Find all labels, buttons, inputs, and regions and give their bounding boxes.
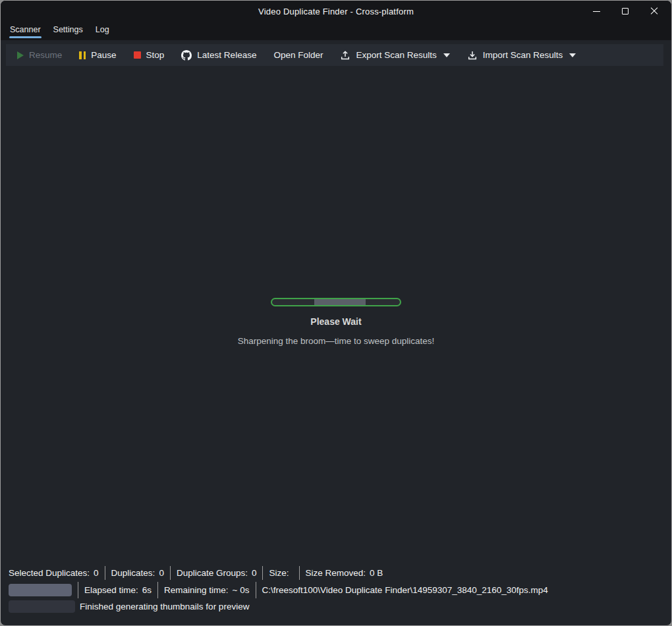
- minimize-button[interactable]: [582, 1, 611, 22]
- duplicates-label: Duplicates:: [111, 568, 155, 578]
- scan-progress-chunk: [314, 299, 366, 305]
- pause-label: Pause: [91, 50, 116, 60]
- size-removed-stat: Size Removed: 0 B: [306, 568, 383, 578]
- stop-icon: [134, 51, 141, 59]
- duplicate-groups-value: 0: [252, 568, 257, 578]
- close-icon: [650, 7, 658, 15]
- size-label: Size:: [269, 568, 289, 578]
- status-counters-row: Selected Duplicates: 0 Duplicates: 0 Dup…: [1, 565, 671, 581]
- thumbnail-progress-bar: [9, 600, 75, 613]
- resume-label: Resume: [29, 50, 62, 60]
- close-button[interactable]: [640, 1, 669, 22]
- status-message-row: Finished generating thumbnails for previ…: [1, 598, 671, 614]
- stop-label: Stop: [146, 50, 165, 60]
- github-icon: [181, 50, 192, 61]
- divider: [256, 582, 256, 598]
- divider: [78, 582, 78, 598]
- window-title: Video Duplicate Finder - Cross-platform: [258, 7, 414, 16]
- pause-button[interactable]: Pause: [72, 47, 123, 63]
- minimize-icon: [593, 11, 600, 12]
- wait-panel: Please Wait Sharpening the broom—time to…: [1, 298, 671, 346]
- duplicate-groups-label: Duplicate Groups:: [177, 568, 248, 578]
- export-scan-results-button[interactable]: Export Scan Results: [333, 47, 457, 64]
- import-icon: [467, 50, 478, 61]
- elapsed-progress-bar: [9, 584, 72, 596]
- tab-settings[interactable]: Settings: [53, 22, 84, 40]
- elapsed-time-value: 6s: [142, 585, 152, 595]
- size-removed-value: 0 B: [370, 568, 383, 578]
- scan-progress-bar: [271, 298, 401, 306]
- tab-scanner[interactable]: Scanner: [9, 22, 42, 40]
- latest-release-label: Latest Release: [197, 50, 256, 60]
- divider: [262, 566, 263, 580]
- divider: [170, 566, 171, 580]
- selected-duplicates-stat: Selected Duplicates: 0: [9, 568, 99, 578]
- selected-duplicates-label: Selected Duplicates:: [9, 568, 90, 578]
- elapsed-time-stat: Elapsed time: 6s: [84, 585, 152, 595]
- elapsed-time-label: Elapsed time:: [84, 585, 138, 595]
- open-folder-button[interactable]: Open Folder: [266, 47, 330, 63]
- latest-release-button[interactable]: Latest Release: [174, 47, 264, 64]
- resume-button[interactable]: Resume: [10, 47, 69, 63]
- size-stat: Size:: [269, 568, 293, 578]
- selected-duplicates-value: 0: [94, 568, 99, 578]
- window-controls: [582, 1, 669, 22]
- chevron-down-icon: [569, 53, 576, 57]
- please-wait-title: Please Wait: [310, 316, 361, 327]
- play-icon: [17, 51, 24, 59]
- tab-bar: Scanner Settings Log: [1, 22, 671, 40]
- open-folder-label: Open Folder: [273, 50, 323, 60]
- divider: [299, 566, 300, 580]
- maximize-icon: [622, 8, 629, 14]
- duplicates-stat: Duplicates: 0: [111, 568, 164, 578]
- status-progress-row: Elapsed time: 6s Remaining time: ~ 0s C:…: [1, 582, 671, 598]
- import-scan-results-button[interactable]: Import Scan Results: [460, 47, 584, 64]
- please-wait-subtitle: Sharpening the broom—time to sweep dupli…: [238, 336, 435, 346]
- divider: [105, 566, 105, 580]
- duplicate-groups-stat: Duplicate Groups: 0: [177, 568, 257, 578]
- toolbar: Resume Pause Stop Latest Release Open Fo…: [6, 44, 663, 66]
- title-bar: Video Duplicate Finder - Cross-platform: [1, 1, 671, 22]
- size-removed-label: Size Removed:: [306, 568, 366, 578]
- chevron-down-icon: [443, 53, 450, 57]
- remaining-time-stat: Remaining time: ~ 0s: [164, 585, 249, 595]
- status-message: Finished generating thumbnails for previ…: [80, 602, 249, 612]
- remaining-time-label: Remaining time:: [164, 585, 229, 595]
- current-file-path: C:\freesoft100\Video Duplicate Finder\14…: [262, 585, 548, 595]
- pause-icon: [79, 51, 86, 59]
- app-window: Video Duplicate Finder - Cross-platform …: [0, 0, 672, 626]
- maximize-button[interactable]: [611, 1, 640, 22]
- export-scan-results-label: Export Scan Results: [356, 50, 436, 60]
- divider: [157, 582, 158, 598]
- duplicates-value: 0: [159, 568, 164, 578]
- export-icon: [340, 50, 350, 61]
- remaining-time-value: ~ 0s: [233, 585, 250, 595]
- stop-button[interactable]: Stop: [126, 47, 172, 63]
- import-scan-results-label: Import Scan Results: [483, 50, 563, 60]
- tab-log[interactable]: Log: [95, 22, 110, 40]
